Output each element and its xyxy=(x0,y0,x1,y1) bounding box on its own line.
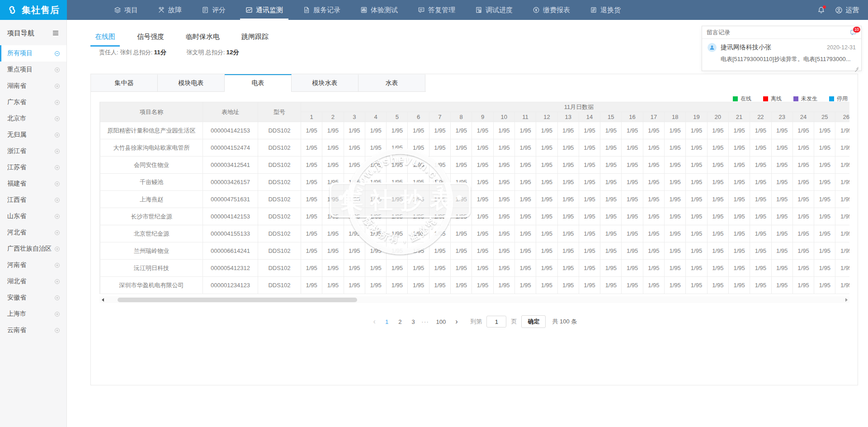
day-value-cell: 1/95 xyxy=(579,122,600,139)
day-value-cell: 1/95 xyxy=(835,225,849,242)
sidebar-item-7[interactable]: 浙江省 xyxy=(0,143,66,159)
legend-swatch-icon xyxy=(763,96,768,101)
page-number-3[interactable]: 3 xyxy=(408,317,418,327)
sidebar-item-9[interactable]: 福建省 xyxy=(0,176,66,192)
model-cell: DDS102 xyxy=(258,260,301,277)
prev-page-chevron[interactable]: ‹ xyxy=(372,318,377,326)
page-number-2[interactable]: 2 xyxy=(395,317,405,327)
tab-2[interactable]: 信号强度 xyxy=(132,30,169,47)
nav-item-9[interactable]: 缴费报表 xyxy=(523,0,580,20)
plus-circle-icon[interactable] xyxy=(54,83,60,89)
day-value-cell: 1/95 xyxy=(387,260,408,277)
scrollbar-thumb[interactable] xyxy=(118,298,357,302)
plus-circle-icon[interactable] xyxy=(54,214,60,219)
message-bubble-icon[interactable]: 10 xyxy=(850,29,857,36)
day-value-cell: 1/95 xyxy=(835,277,849,294)
scroll-left-arrow-icon[interactable] xyxy=(99,296,106,303)
plus-circle-icon[interactable] xyxy=(54,165,60,171)
day-value-cell: 1/95 xyxy=(750,260,771,277)
scroll-right-arrow-icon[interactable] xyxy=(843,296,849,303)
day-value-cell: 1/95 xyxy=(322,242,344,260)
sidebar-item-13[interactable]: 广西壮族自治区 xyxy=(0,241,66,257)
day-value-cell: 1/95 xyxy=(322,225,344,242)
plus-circle-icon[interactable] xyxy=(54,295,60,301)
resize-handle[interactable] xyxy=(854,65,859,69)
sidebar-item-14[interactable]: 河南省 xyxy=(0,257,66,273)
tab-3[interactable]: 临时保水电 xyxy=(181,30,224,47)
nav-item-1[interactable]: 项目 xyxy=(104,0,148,20)
plus-circle-icon[interactable] xyxy=(54,116,60,122)
day-value-cell: 1/95 xyxy=(728,260,750,277)
sidebar-item-5[interactable]: 北京市 xyxy=(0,110,66,127)
sidebar-item-2[interactable]: 重点项目 xyxy=(0,62,66,78)
day-value-cell: 1/95 xyxy=(600,139,622,157)
day-value-cell: 1/95 xyxy=(493,191,514,208)
sidebar-item-1[interactable]: 所有项目 xyxy=(0,45,66,62)
tab-1[interactable]: 在线图 xyxy=(90,30,120,47)
plus-circle-icon[interactable] xyxy=(54,132,60,138)
confirm-button[interactable]: 确定 xyxy=(521,315,546,328)
day-header: 23 xyxy=(771,112,793,122)
nav-item-10[interactable]: 退换货 xyxy=(580,0,631,20)
goto-page-input[interactable] xyxy=(486,316,506,327)
plus-circle-icon[interactable] xyxy=(54,67,60,73)
plus-circle-icon[interactable] xyxy=(54,279,60,285)
sidebar-item-17[interactable]: 上海市 xyxy=(0,306,66,322)
collapse-menu-icon[interactable] xyxy=(52,29,59,37)
horizontal-scrollbar[interactable] xyxy=(99,296,849,303)
plus-circle-icon[interactable] xyxy=(54,100,60,105)
user-menu[interactable]: 运营 xyxy=(835,6,859,14)
nav-item-7[interactable]: 答复管理 xyxy=(408,0,465,20)
meter-tab-5[interactable]: 水表 xyxy=(359,74,425,91)
sidebar-item-15[interactable]: 湖北省 xyxy=(0,273,66,289)
plus-circle-icon[interactable] xyxy=(54,230,60,236)
nav-item-2[interactable]: 故障 xyxy=(148,0,192,20)
meter-tab-3[interactable]: 电表 xyxy=(225,74,292,91)
tab-4[interactable]: 跳闸跟踪 xyxy=(237,30,273,47)
day-value-cell: 1/95 xyxy=(365,242,386,260)
plus-circle-icon[interactable] xyxy=(54,148,60,154)
page-number-1[interactable]: 1 xyxy=(382,317,392,327)
day-header: 17 xyxy=(643,112,664,122)
page-number-100[interactable]: 100 xyxy=(433,317,449,327)
meter-address-cell: 000001234123 xyxy=(203,277,258,294)
plus-circle-icon[interactable] xyxy=(54,327,60,333)
minus-circle-icon[interactable] xyxy=(54,51,60,57)
plus-circle-icon[interactable] xyxy=(54,311,60,317)
day-header: 11 xyxy=(514,112,536,122)
sidebar-item-16[interactable]: 安徽省 xyxy=(0,289,66,306)
sidebar-item-8[interactable]: 江苏省 xyxy=(0,159,66,176)
plus-circle-icon[interactable] xyxy=(54,262,60,268)
nav-item-5[interactable]: 服务记录 xyxy=(293,0,350,20)
next-page-chevron[interactable]: › xyxy=(453,318,459,326)
sidebar-item-3[interactable]: 湖南省 xyxy=(0,78,66,94)
plus-circle-icon[interactable] xyxy=(54,181,60,187)
nav-item-4[interactable]: 通讯监测 xyxy=(236,0,293,20)
responsible-score-1: 责任人: 张剑 总扣分:11分 xyxy=(99,48,166,57)
meter-tab-4[interactable]: 模块水表 xyxy=(292,74,359,91)
avatar xyxy=(708,43,717,52)
day-value-cell: 1/95 xyxy=(793,277,814,294)
nav-item-8[interactable]: 调试进度 xyxy=(465,0,523,20)
nav-item-6[interactable]: 体验测试 xyxy=(350,0,408,20)
sidebar-item-12[interactable]: 河北省 xyxy=(0,224,66,241)
plus-circle-icon[interactable] xyxy=(54,246,60,252)
top-navbar: 集社售后 项目故障评分通讯监测服务记录体验测试答复管理调试进度缴费报表退换货 xyxy=(0,0,868,20)
sidebar-item-4[interactable]: 广东省 xyxy=(0,94,66,110)
scrollbar-track[interactable] xyxy=(106,296,843,303)
sidebar-item-18[interactable]: 云南省 xyxy=(0,322,66,338)
day-value-cell: 1/95 xyxy=(429,225,450,242)
day-value-cell: 1/95 xyxy=(579,139,600,157)
notification-bell-icon[interactable] xyxy=(817,6,825,14)
day-value-cell: 1/95 xyxy=(814,157,835,174)
sidebar-item-11[interactable]: 山东省 xyxy=(0,208,66,224)
meter-tab-2[interactable]: 模块电表 xyxy=(158,74,225,91)
sidebar-item-10[interactable]: 江西省 xyxy=(0,192,66,208)
nav-item-3[interactable]: 评分 xyxy=(192,0,236,20)
meter-tab-1[interactable]: 集中器 xyxy=(91,74,158,91)
day-value-cell: 1/95 xyxy=(665,208,686,225)
sidebar-item-6[interactable]: 无归属 xyxy=(0,127,66,143)
plus-circle-icon[interactable] xyxy=(54,197,60,203)
day-value-cell: 1/95 xyxy=(301,208,322,225)
message-item[interactable]: 捷讯网络科技小张 2020-12-31 电表[511793000110]抄读异常… xyxy=(702,39,861,71)
